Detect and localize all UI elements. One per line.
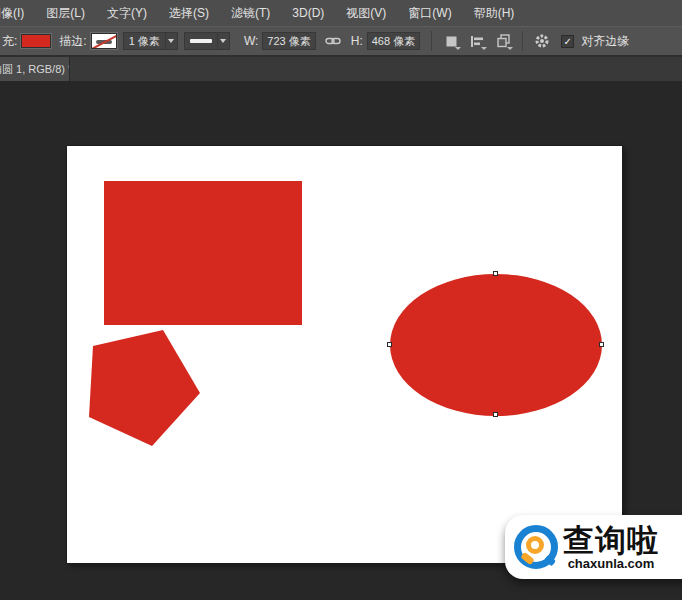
menu-type[interactable]: 文字(Y): [105, 5, 149, 22]
chevron-down-icon: [481, 47, 487, 50]
red-ellipse-shape[interactable]: [390, 274, 602, 416]
watermark-brand: 查询啦: [563, 525, 659, 556]
width-label: W:: [244, 34, 258, 48]
menu-filter[interactable]: 滤镜(T): [229, 5, 272, 22]
chevron-down-icon: [455, 47, 461, 50]
menu-layer[interactable]: 图层(L): [44, 5, 87, 22]
align-edges-checkbox[interactable]: ✓: [561, 35, 574, 48]
stroke-line-sample: [184, 32, 217, 50]
fill-label: 充:: [2, 33, 17, 50]
stroke-width-dropdown[interactable]: 1 像素: [123, 32, 178, 50]
stroke-color-swatch[interactable]: [91, 33, 117, 49]
red-rectangle-shape[interactable]: [104, 181, 302, 325]
menu-select[interactable]: 选择(S): [167, 5, 211, 22]
document-tab-bar: 椭圆 1, RGB/8) * ×: [0, 55, 682, 81]
menu-3d[interactable]: 3D(D): [290, 6, 326, 20]
stroke-label: 描边:: [59, 33, 86, 50]
chevron-down-icon: [507, 47, 513, 50]
shape-width-field[interactable]: 723 像素: [262, 32, 315, 50]
ellipse-anchor-bottom[interactable]: [493, 412, 498, 417]
gear-icon[interactable]: [532, 31, 552, 51]
no-stroke-slash-icon: [91, 33, 117, 49]
chevron-down-icon[interactable]: [217, 32, 230, 50]
magnifier-logo-icon: [514, 525, 558, 569]
chevron-down-icon[interactable]: [165, 32, 178, 50]
photoshop-window: 图像(I) 图层(L) 文字(Y) 选择(S) 滤镜(T) 3D(D) 视图(V…: [0, 0, 682, 600]
menu-view[interactable]: 视图(V): [344, 5, 388, 22]
stroke-width-value: 1 像素: [123, 32, 165, 50]
path-arrangement-button[interactable]: [493, 31, 513, 51]
menu-inner: 图像(I) 图层(L) 文字(Y) 选择(S) 滤镜(T) 3D(D) 视图(V…: [0, 0, 682, 26]
watermark-text: 查询啦 chaxunla.com: [563, 525, 659, 570]
height-label: H:: [351, 34, 363, 48]
ellipse-anchor-right[interactable]: [599, 342, 604, 347]
ellipse-anchor-left[interactable]: [387, 342, 392, 347]
watermark-domain: chaxunla.com: [568, 557, 655, 570]
path-alignment-button[interactable]: [467, 31, 487, 51]
document-tab[interactable]: 椭圆 1, RGB/8) * ×: [0, 57, 70, 81]
menu-bar: 图像(I) 图层(L) 文字(Y) 选择(S) 滤镜(T) 3D(D) 视图(V…: [0, 0, 682, 26]
document-canvas[interactable]: [67, 146, 622, 563]
divider: [522, 31, 523, 51]
ellipse-anchor-top[interactable]: [493, 271, 498, 276]
workspace: 查询啦 chaxunla.com: [0, 81, 682, 600]
menu-image[interactable]: 图像(I): [0, 5, 26, 22]
logo-magnifier-lens: [526, 536, 544, 554]
menu-window[interactable]: 窗口(W): [406, 5, 453, 22]
red-pentagon-shape[interactable]: [89, 330, 200, 446]
menu-help[interactable]: 帮助(H): [472, 5, 517, 22]
link-dimensions-icon[interactable]: [324, 31, 342, 51]
align-edges-label: 对齐边缘: [581, 33, 629, 50]
shape-height-field[interactable]: 468 像素: [367, 32, 420, 50]
watermark-badge: 查询啦 chaxunla.com: [505, 515, 682, 579]
options-bar: 充: 描边: 1 像素 W: 723 像素 H: 468 像素: [0, 26, 682, 55]
path-operations-button[interactable]: [441, 31, 461, 51]
stroke-type-dropdown[interactable]: [184, 32, 230, 50]
fill-color-swatch[interactable]: [21, 34, 51, 48]
divider: [431, 31, 432, 51]
document-tab-label: 椭圆 1, RGB/8) *: [0, 62, 70, 77]
